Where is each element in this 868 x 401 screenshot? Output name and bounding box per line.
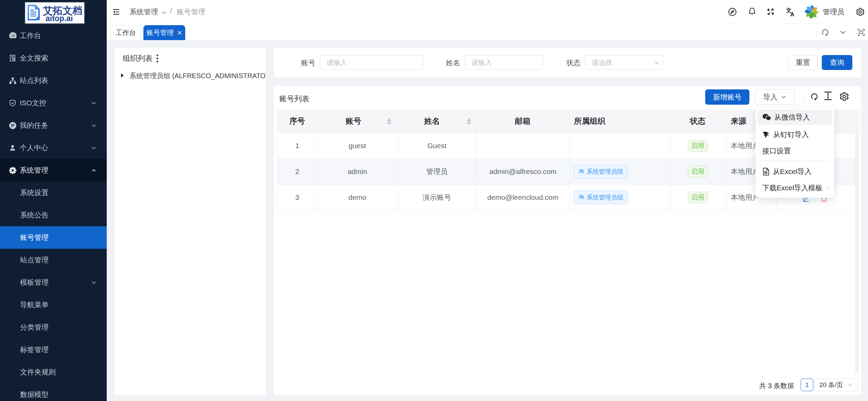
svg-text:P: P bbox=[11, 123, 14, 128]
svg-text:A: A bbox=[790, 11, 794, 17]
